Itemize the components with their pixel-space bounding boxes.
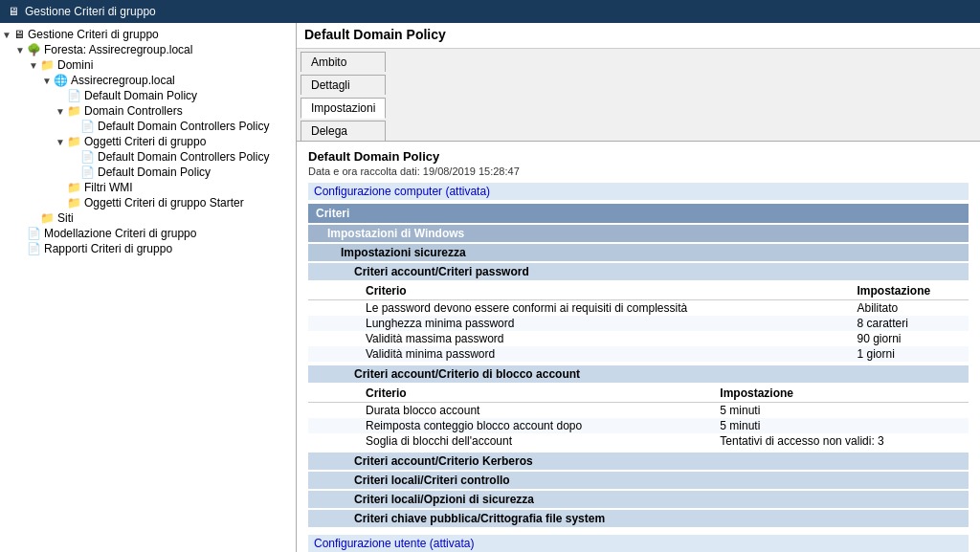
tree-item-domini[interactable]: ▼📁Domini [0, 57, 296, 73]
folder-icon: 📁 [40, 58, 55, 72]
folder-icon: 📁 [67, 135, 81, 148]
lockout-policy-table: Criterio Impostazione Durata blocco acco… [308, 385, 969, 449]
doc-icon: 📄 [80, 120, 95, 133]
tabs-bar: AmbitoDettagliImpostazioniDelega [297, 49, 980, 142]
tree-label-domain-controllers: Domain Controllers [84, 104, 183, 118]
content-area[interactable]: Default Domain Policy Data e ora raccolt… [297, 142, 980, 552]
tab-impostazioni[interactable]: Impostazioni [301, 98, 386, 119]
tree-label-siti: Siti [57, 211, 74, 225]
tab-delega[interactable]: Delega [301, 121, 386, 141]
tree-label-foresta: Foresta: Assirecregroup.local [44, 43, 192, 56]
tree-icon: 🌳 [27, 43, 41, 56]
doc-icon: 📄 [80, 166, 95, 179]
tree-item-rapporti[interactable]: 📄Rapporti Criteri di gruppo [0, 241, 296, 256]
tree-item-oggetti-starter[interactable]: 📁Oggetti Criteri di gruppo Starter [0, 195, 296, 210]
folder-icon: 📁 [67, 104, 81, 118]
doc-icon: 📄 [80, 150, 95, 164]
tree-item-modellazione[interactable]: 📄Modellazione Criteri di gruppo [0, 226, 296, 241]
doc-icon: 📄 [27, 242, 41, 255]
tree-item-default-domain-policy[interactable]: 📄Default Domain Policy [0, 88, 296, 103]
col-impostazione-header-2: Impostazione [716, 385, 969, 403]
tree-item-root[interactable]: ▼🖥Gestione Criteri di gruppo [0, 27, 296, 42]
tree-label-oggetti-dc-policy: Default Domain Controllers Policy [98, 150, 269, 164]
folder-icon: 📁 [67, 196, 81, 210]
configurazione-computer-header: Configurazione computer (attivata) [308, 183, 969, 200]
table-row: Le password devono essere conformi ai re… [308, 300, 969, 317]
table-row: Lunghezza minima password8 caratteri [308, 316, 969, 331]
table-row: Validità massima password90 giorni [308, 331, 969, 346]
doc-icon: 📄 [67, 89, 81, 102]
content-title: Default Domain Policy [308, 149, 969, 164]
security-settings: Impostazioni sicurezza [308, 244, 969, 261]
tree-item-oggetti-default-policy[interactable]: 📄Default Domain Policy [0, 165, 296, 180]
app-icon: 🖥 [8, 5, 19, 18]
tree-label-oggetti-default-policy: Default Domain Policy [98, 166, 211, 179]
folder-icon: 📁 [67, 181, 81, 194]
tree-label-filtri-wmi: Filtri WMI [84, 181, 133, 194]
sub-section-opzioni: Criteri locali/Opzioni di sicurezza [308, 491, 969, 508]
tree-item-oggetti-criteri[interactable]: ▼📁Oggetti Criteri di gruppo [0, 134, 296, 149]
sub-section-password: Criteri account/Criteri password [308, 263, 969, 280]
configurazione-utente-header: Configurazione utente (attivata) [308, 535, 969, 552]
right-panel: Default Domain Policy AmbitoDettagliImpo… [297, 23, 980, 552]
doc-icon: 📄 [27, 227, 41, 240]
tree-label-domain-local: Assirecregroup.local [71, 74, 175, 87]
table-row: Durata blocco account5 minuti [308, 403, 969, 419]
tree-label-domini: Domini [57, 58, 93, 72]
tree-label-default-dc-policy: Default Domain Controllers Policy [98, 120, 269, 133]
tree-label-rapporti: Rapporti Criteri di gruppo [44, 242, 172, 255]
tree-item-foresta[interactable]: ▼🌳Foresta: Assirecregroup.local [0, 42, 296, 57]
table-row: Soglia di blocchi dell'accountTentativi … [308, 433, 969, 449]
tree-label-oggetti-criteri: Oggetti Criteri di gruppo [84, 135, 206, 148]
sub-section-chiave: Criteri chiave pubblica/Crittografia fil… [308, 510, 969, 527]
tree-item-siti[interactable]: 📁Siti [0, 210, 296, 226]
tree-item-domain-controllers[interactable]: ▼📁Domain Controllers [0, 103, 296, 119]
tree-label-default-domain-policy: Default Domain Policy [84, 89, 197, 102]
password-policy-table: Criterio Impostazione Le password devono… [308, 282, 969, 362]
left-panel[interactable]: ▼🖥Gestione Criteri di gruppo▼🌳Foresta: A… [0, 23, 297, 552]
computer-icon: 🖥 [13, 28, 25, 41]
title-bar: 🖥 Gestione Criteri di gruppo [0, 0, 980, 23]
main-layout: ▼🖥Gestione Criteri di gruppo▼🌳Foresta: A… [0, 23, 980, 552]
tree-label-oggetti-starter: Oggetti Criteri di gruppo Starter [84, 196, 244, 210]
tabs-container: AmbitoDettagliImpostazioniDelega [301, 49, 388, 141]
domain-icon: 🌐 [54, 74, 68, 87]
col-criterio-header: Criterio [308, 282, 853, 300]
right-title: Default Domain Policy [304, 27, 972, 44]
table-row: Validità minima password1 giorni [308, 346, 969, 362]
tab-dettagli[interactable]: Dettagli [301, 75, 386, 95]
criteri-section: Criteri [308, 204, 969, 223]
folder-icon: 📁 [40, 211, 55, 225]
tree-label-root: Gestione Criteri di gruppo [28, 28, 159, 41]
windows-settings: Impostazioni di Windows [308, 225, 969, 242]
sub-section-kerberos: Criteri account/Criterio Kerberos [308, 453, 969, 470]
tab-ambito[interactable]: Ambito [301, 52, 386, 72]
app-title: Gestione Criteri di gruppo [25, 5, 156, 18]
col-impostazione-header: Impostazione [853, 282, 969, 300]
sub-section-controllo: Criteri locali/Criteri controllo [308, 472, 969, 489]
sub-section-blocco: Criteri account/Criterio di blocco accou… [308, 365, 969, 383]
tree-item-oggetti-dc-policy[interactable]: 📄Default Domain Controllers Policy [0, 149, 296, 165]
tree-item-filtri-wmi[interactable]: 📁Filtri WMI [0, 180, 296, 195]
tree-container: ▼🖥Gestione Criteri di gruppo▼🌳Foresta: A… [0, 27, 296, 256]
right-header: Default Domain Policy [297, 23, 980, 49]
tree-label-modellazione: Modellazione Criteri di gruppo [44, 227, 196, 240]
content-date: Data e ora raccolta dati: 19/08/2019 15:… [308, 166, 969, 177]
tree-item-default-dc-policy[interactable]: 📄Default Domain Controllers Policy [0, 119, 296, 134]
table-row: Reimposta conteggio blocco account dopo5… [308, 418, 969, 433]
col-criterio-header-2: Criterio [308, 385, 716, 403]
tree-item-domain-local[interactable]: ▼🌐Assirecregroup.local [0, 73, 296, 88]
